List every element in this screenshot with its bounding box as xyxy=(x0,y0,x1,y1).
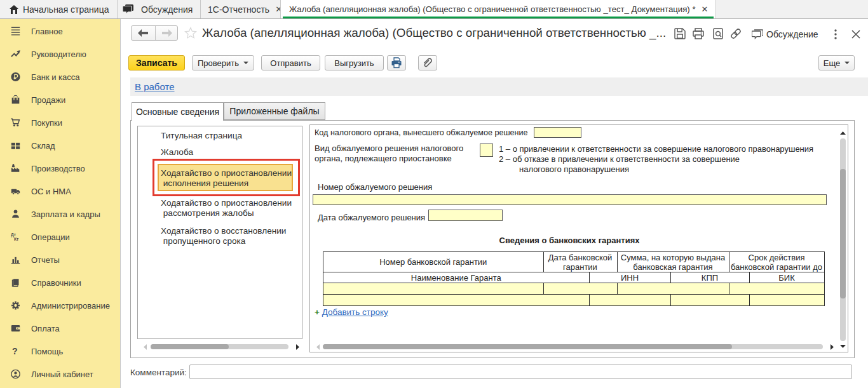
svg-text:Кт: Кт xyxy=(14,237,19,241)
svg-text:?: ? xyxy=(12,347,18,356)
